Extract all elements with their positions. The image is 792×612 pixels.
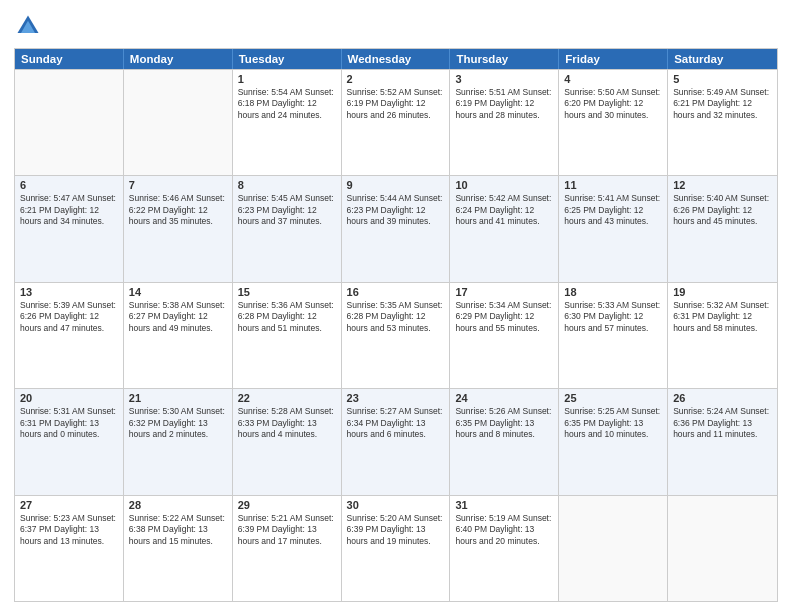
day-info: Sunrise: 5:45 AM Sunset: 6:23 PM Dayligh… (238, 193, 336, 227)
day-number: 21 (129, 392, 227, 404)
calendar-cell: 18Sunrise: 5:33 AM Sunset: 6:30 PM Dayli… (559, 283, 668, 388)
day-info: Sunrise: 5:23 AM Sunset: 6:37 PM Dayligh… (20, 513, 118, 547)
calendar-body: 1Sunrise: 5:54 AM Sunset: 6:18 PM Daylig… (15, 69, 777, 601)
day-number: 31 (455, 499, 553, 511)
calendar-cell: 16Sunrise: 5:35 AM Sunset: 6:28 PM Dayli… (342, 283, 451, 388)
calendar-week-row: 13Sunrise: 5:39 AM Sunset: 6:26 PM Dayli… (15, 282, 777, 388)
day-info: Sunrise: 5:25 AM Sunset: 6:35 PM Dayligh… (564, 406, 662, 440)
day-info: Sunrise: 5:22 AM Sunset: 6:38 PM Dayligh… (129, 513, 227, 547)
day-info: Sunrise: 5:41 AM Sunset: 6:25 PM Dayligh… (564, 193, 662, 227)
day-info: Sunrise: 5:52 AM Sunset: 6:19 PM Dayligh… (347, 87, 445, 121)
day-number: 6 (20, 179, 118, 191)
day-info: Sunrise: 5:24 AM Sunset: 6:36 PM Dayligh… (673, 406, 772, 440)
day-number: 27 (20, 499, 118, 511)
day-number: 7 (129, 179, 227, 191)
day-info: Sunrise: 5:19 AM Sunset: 6:40 PM Dayligh… (455, 513, 553, 547)
logo-icon (14, 12, 42, 40)
day-number: 10 (455, 179, 553, 191)
day-number: 23 (347, 392, 445, 404)
day-info: Sunrise: 5:31 AM Sunset: 6:31 PM Dayligh… (20, 406, 118, 440)
calendar-cell: 25Sunrise: 5:25 AM Sunset: 6:35 PM Dayli… (559, 389, 668, 494)
calendar-cell: 29Sunrise: 5:21 AM Sunset: 6:39 PM Dayli… (233, 496, 342, 601)
calendar-cell: 26Sunrise: 5:24 AM Sunset: 6:36 PM Dayli… (668, 389, 777, 494)
calendar-cell: 15Sunrise: 5:36 AM Sunset: 6:28 PM Dayli… (233, 283, 342, 388)
calendar-week-row: 6Sunrise: 5:47 AM Sunset: 6:21 PM Daylig… (15, 175, 777, 281)
page: SundayMondayTuesdayWednesdayThursdayFrid… (0, 0, 792, 612)
day-number: 20 (20, 392, 118, 404)
day-number: 30 (347, 499, 445, 511)
calendar-cell: 10Sunrise: 5:42 AM Sunset: 6:24 PM Dayli… (450, 176, 559, 281)
day-number: 19 (673, 286, 772, 298)
calendar-cell: 24Sunrise: 5:26 AM Sunset: 6:35 PM Dayli… (450, 389, 559, 494)
calendar-cell: 30Sunrise: 5:20 AM Sunset: 6:39 PM Dayli… (342, 496, 451, 601)
calendar-header-cell: Wednesday (342, 49, 451, 69)
calendar-cell: 28Sunrise: 5:22 AM Sunset: 6:38 PM Dayli… (124, 496, 233, 601)
day-number: 16 (347, 286, 445, 298)
day-info: Sunrise: 5:35 AM Sunset: 6:28 PM Dayligh… (347, 300, 445, 334)
day-number: 26 (673, 392, 772, 404)
calendar-cell: 11Sunrise: 5:41 AM Sunset: 6:25 PM Dayli… (559, 176, 668, 281)
day-info: Sunrise: 5:49 AM Sunset: 6:21 PM Dayligh… (673, 87, 772, 121)
calendar-header-cell: Tuesday (233, 49, 342, 69)
calendar-week-row: 1Sunrise: 5:54 AM Sunset: 6:18 PM Daylig… (15, 69, 777, 175)
calendar-cell: 2Sunrise: 5:52 AM Sunset: 6:19 PM Daylig… (342, 70, 451, 175)
day-number: 22 (238, 392, 336, 404)
day-info: Sunrise: 5:51 AM Sunset: 6:19 PM Dayligh… (455, 87, 553, 121)
day-number: 17 (455, 286, 553, 298)
day-number: 14 (129, 286, 227, 298)
calendar-cell: 12Sunrise: 5:40 AM Sunset: 6:26 PM Dayli… (668, 176, 777, 281)
day-info: Sunrise: 5:39 AM Sunset: 6:26 PM Dayligh… (20, 300, 118, 334)
calendar-header-cell: Saturday (668, 49, 777, 69)
calendar-cell: 7Sunrise: 5:46 AM Sunset: 6:22 PM Daylig… (124, 176, 233, 281)
day-info: Sunrise: 5:34 AM Sunset: 6:29 PM Dayligh… (455, 300, 553, 334)
calendar-cell: 8Sunrise: 5:45 AM Sunset: 6:23 PM Daylig… (233, 176, 342, 281)
day-number: 28 (129, 499, 227, 511)
day-number: 25 (564, 392, 662, 404)
calendar-cell (559, 496, 668, 601)
day-number: 18 (564, 286, 662, 298)
day-number: 5 (673, 73, 772, 85)
day-number: 29 (238, 499, 336, 511)
day-number: 2 (347, 73, 445, 85)
day-info: Sunrise: 5:47 AM Sunset: 6:21 PM Dayligh… (20, 193, 118, 227)
calendar-week-row: 20Sunrise: 5:31 AM Sunset: 6:31 PM Dayli… (15, 388, 777, 494)
day-number: 1 (238, 73, 336, 85)
calendar: SundayMondayTuesdayWednesdayThursdayFrid… (14, 48, 778, 602)
day-number: 24 (455, 392, 553, 404)
day-info: Sunrise: 5:50 AM Sunset: 6:20 PM Dayligh… (564, 87, 662, 121)
calendar-header-cell: Thursday (450, 49, 559, 69)
calendar-cell: 1Sunrise: 5:54 AM Sunset: 6:18 PM Daylig… (233, 70, 342, 175)
day-number: 9 (347, 179, 445, 191)
day-number: 15 (238, 286, 336, 298)
day-info: Sunrise: 5:33 AM Sunset: 6:30 PM Dayligh… (564, 300, 662, 334)
calendar-week-row: 27Sunrise: 5:23 AM Sunset: 6:37 PM Dayli… (15, 495, 777, 601)
day-info: Sunrise: 5:21 AM Sunset: 6:39 PM Dayligh… (238, 513, 336, 547)
calendar-cell: 5Sunrise: 5:49 AM Sunset: 6:21 PM Daylig… (668, 70, 777, 175)
calendar-cell: 23Sunrise: 5:27 AM Sunset: 6:34 PM Dayli… (342, 389, 451, 494)
day-info: Sunrise: 5:38 AM Sunset: 6:27 PM Dayligh… (129, 300, 227, 334)
day-info: Sunrise: 5:30 AM Sunset: 6:32 PM Dayligh… (129, 406, 227, 440)
calendar-header-cell: Sunday (15, 49, 124, 69)
day-info: Sunrise: 5:20 AM Sunset: 6:39 PM Dayligh… (347, 513, 445, 547)
calendar-cell: 4Sunrise: 5:50 AM Sunset: 6:20 PM Daylig… (559, 70, 668, 175)
day-number: 13 (20, 286, 118, 298)
calendar-header-row: SundayMondayTuesdayWednesdayThursdayFrid… (15, 49, 777, 69)
calendar-cell: 3Sunrise: 5:51 AM Sunset: 6:19 PM Daylig… (450, 70, 559, 175)
day-info: Sunrise: 5:44 AM Sunset: 6:23 PM Dayligh… (347, 193, 445, 227)
calendar-header-cell: Monday (124, 49, 233, 69)
calendar-cell: 9Sunrise: 5:44 AM Sunset: 6:23 PM Daylig… (342, 176, 451, 281)
day-info: Sunrise: 5:26 AM Sunset: 6:35 PM Dayligh… (455, 406, 553, 440)
calendar-header-cell: Friday (559, 49, 668, 69)
day-info: Sunrise: 5:54 AM Sunset: 6:18 PM Dayligh… (238, 87, 336, 121)
calendar-cell (124, 70, 233, 175)
logo (14, 12, 46, 40)
day-info: Sunrise: 5:40 AM Sunset: 6:26 PM Dayligh… (673, 193, 772, 227)
calendar-cell: 13Sunrise: 5:39 AM Sunset: 6:26 PM Dayli… (15, 283, 124, 388)
calendar-cell (668, 496, 777, 601)
calendar-cell: 19Sunrise: 5:32 AM Sunset: 6:31 PM Dayli… (668, 283, 777, 388)
day-info: Sunrise: 5:32 AM Sunset: 6:31 PM Dayligh… (673, 300, 772, 334)
day-number: 3 (455, 73, 553, 85)
header (14, 12, 778, 40)
calendar-cell: 14Sunrise: 5:38 AM Sunset: 6:27 PM Dayli… (124, 283, 233, 388)
calendar-cell: 31Sunrise: 5:19 AM Sunset: 6:40 PM Dayli… (450, 496, 559, 601)
